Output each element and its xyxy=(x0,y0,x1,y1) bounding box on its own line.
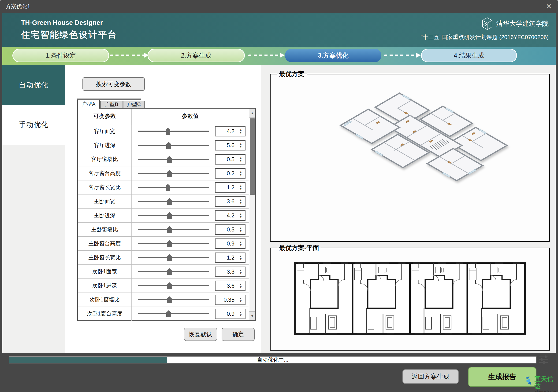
sidebar-item-manual-optimize[interactable]: 手动优化 xyxy=(2,105,65,145)
spin-down-icon[interactable]: ▼ xyxy=(239,258,242,260)
close-icon[interactable]: ✕ xyxy=(546,0,552,13)
param-spinbox[interactable]: 3.3 ▲ ▼ xyxy=(215,267,245,277)
step-2-generation[interactable]: 2.方案生成 xyxy=(148,49,245,62)
param-spinbox[interactable]: 0.35 ▲ ▼ xyxy=(215,295,245,305)
spinbox-arrows[interactable]: ▲ ▼ xyxy=(236,253,245,262)
param-spinbox[interactable]: 0.5 ▲ ▼ xyxy=(215,225,245,235)
param-spinbox[interactable]: 3.6 ▲ ▼ xyxy=(215,281,245,291)
slider-thumb-icon[interactable] xyxy=(166,142,171,149)
slider-track[interactable] xyxy=(138,187,209,188)
slider-track[interactable] xyxy=(138,173,209,174)
scrollbar-thumb[interactable] xyxy=(250,118,255,195)
param-slider[interactable] xyxy=(138,237,209,250)
spinbox-arrows[interactable]: ▲ ▼ xyxy=(236,197,245,206)
spin-down-icon[interactable]: ▼ xyxy=(239,272,242,275)
spin-down-icon[interactable]: ▼ xyxy=(239,159,242,162)
slider-track[interactable] xyxy=(138,229,209,230)
param-slider[interactable] xyxy=(138,279,209,292)
param-value[interactable]: 0.9 xyxy=(216,309,236,318)
param-value[interactable]: 1.2 xyxy=(216,183,236,192)
tab-unit-b[interactable]: 户型B xyxy=(100,101,122,108)
param-spinbox[interactable]: 1.2 ▲ ▼ xyxy=(215,252,245,263)
step-4-result[interactable]: 4.结果生成 xyxy=(421,49,517,62)
param-slider[interactable] xyxy=(138,152,209,166)
param-slider[interactable] xyxy=(138,209,209,222)
slider-track[interactable] xyxy=(138,285,209,286)
slider-track[interactable] xyxy=(138,145,209,146)
step-3-optimization[interactable]: 3.方案优化 xyxy=(285,49,381,62)
param-slider[interactable] xyxy=(138,293,209,307)
step-1-condition[interactable]: 1.条件设定 xyxy=(12,49,109,62)
slider-track[interactable] xyxy=(138,299,209,300)
param-value[interactable]: 0.9 xyxy=(216,239,236,248)
slider-track[interactable] xyxy=(138,201,209,202)
param-spinbox[interactable]: 4.2 ▲ ▼ xyxy=(215,126,245,136)
spinbox-arrows[interactable]: ▲ ▼ xyxy=(236,211,245,220)
spin-down-icon[interactable]: ▼ xyxy=(239,314,242,317)
spin-down-icon[interactable]: ▼ xyxy=(239,201,242,204)
scroll-up-icon[interactable]: ▲ xyxy=(249,108,255,117)
param-slider[interactable] xyxy=(138,138,209,152)
slider-track[interactable] xyxy=(138,313,209,314)
spinbox-arrows[interactable]: ▲ ▼ xyxy=(236,169,245,178)
slider-thumb-icon[interactable] xyxy=(167,198,172,205)
slider-track[interactable] xyxy=(138,131,209,132)
back-to-generation-button[interactable]: 返回方案生成 xyxy=(402,369,459,384)
param-slider[interactable] xyxy=(138,124,209,138)
tab-unit-a[interactable]: 户型A xyxy=(77,100,100,108)
slider-track[interactable] xyxy=(138,257,209,258)
spinbox-arrows[interactable]: ▲ ▼ xyxy=(236,183,245,192)
param-spinbox[interactable]: 0.2 ▲ ▼ xyxy=(215,168,245,179)
param-value[interactable]: 0.35 xyxy=(216,295,236,304)
slider-track[interactable] xyxy=(138,215,209,216)
spinbox-arrows[interactable]: ▲ ▼ xyxy=(236,141,245,150)
param-slider[interactable] xyxy=(138,180,209,194)
sidebar-item-auto-optimize[interactable]: 自动优化 xyxy=(2,65,65,105)
param-spinbox[interactable]: 5.6 ▲ ▼ xyxy=(215,140,245,150)
spin-down-icon[interactable]: ▼ xyxy=(239,300,242,303)
slider-thumb-icon[interactable] xyxy=(166,310,171,317)
confirm-button[interactable]: 确定 xyxy=(222,328,255,341)
slider-thumb-icon[interactable] xyxy=(167,240,172,247)
param-slider[interactable] xyxy=(138,194,209,208)
slider-track[interactable] xyxy=(138,271,209,272)
spinbox-arrows[interactable]: ▲ ▼ xyxy=(236,281,245,291)
param-spinbox[interactable]: 0.9 ▲ ▼ xyxy=(215,238,245,249)
spin-down-icon[interactable]: ▼ xyxy=(239,230,242,232)
param-value[interactable]: 5.6 xyxy=(216,141,236,150)
param-value[interactable]: 0.2 xyxy=(216,169,236,178)
slider-thumb-icon[interactable] xyxy=(167,254,172,261)
spin-down-icon[interactable]: ▼ xyxy=(239,216,242,218)
spin-down-icon[interactable]: ▼ xyxy=(239,173,242,176)
slider-track[interactable] xyxy=(138,159,209,160)
param-value[interactable]: 0.5 xyxy=(216,225,236,234)
slider-thumb-icon[interactable] xyxy=(167,156,172,163)
param-spinbox[interactable]: 0.5 ▲ ▼ xyxy=(215,154,245,165)
settings-sliders-icon[interactable] xyxy=(538,355,549,365)
slider-thumb-icon[interactable] xyxy=(167,226,172,233)
slider-thumb-icon[interactable] xyxy=(167,282,172,289)
spinbox-arrows[interactable]: ▲ ▼ xyxy=(236,225,245,234)
param-value[interactable]: 3.6 xyxy=(216,197,236,206)
param-slider[interactable] xyxy=(138,223,209,236)
slider-thumb-icon[interactable] xyxy=(166,184,170,191)
slider-thumb-icon[interactable] xyxy=(167,212,172,219)
restore-default-button[interactable]: 恢复默认 xyxy=(184,328,217,341)
scroll-down-icon[interactable]: ▼ xyxy=(249,311,255,320)
spinbox-arrows[interactable]: ▲ ▼ xyxy=(236,267,245,276)
param-slider[interactable] xyxy=(138,307,209,321)
param-value[interactable]: 1.2 xyxy=(216,253,236,262)
slider-thumb-icon[interactable] xyxy=(167,268,172,275)
slider-thumb-icon[interactable] xyxy=(167,170,172,177)
param-value[interactable]: 0.5 xyxy=(216,155,236,164)
spin-down-icon[interactable]: ▼ xyxy=(239,244,242,246)
param-slider[interactable] xyxy=(138,167,209,180)
param-value[interactable]: 3.6 xyxy=(216,281,236,291)
param-spinbox[interactable]: 1.2 ▲ ▼ xyxy=(215,182,245,193)
slider-thumb-icon[interactable] xyxy=(166,128,170,135)
spinbox-arrows[interactable]: ▲ ▼ xyxy=(236,155,245,164)
table-scrollbar[interactable]: ▲ ▼ xyxy=(249,108,255,320)
spinbox-arrows[interactable]: ▲ ▼ xyxy=(236,239,245,248)
spinbox-arrows[interactable]: ▲ ▼ xyxy=(236,127,245,136)
param-spinbox[interactable]: 4.2 ▲ ▼ xyxy=(215,210,245,221)
